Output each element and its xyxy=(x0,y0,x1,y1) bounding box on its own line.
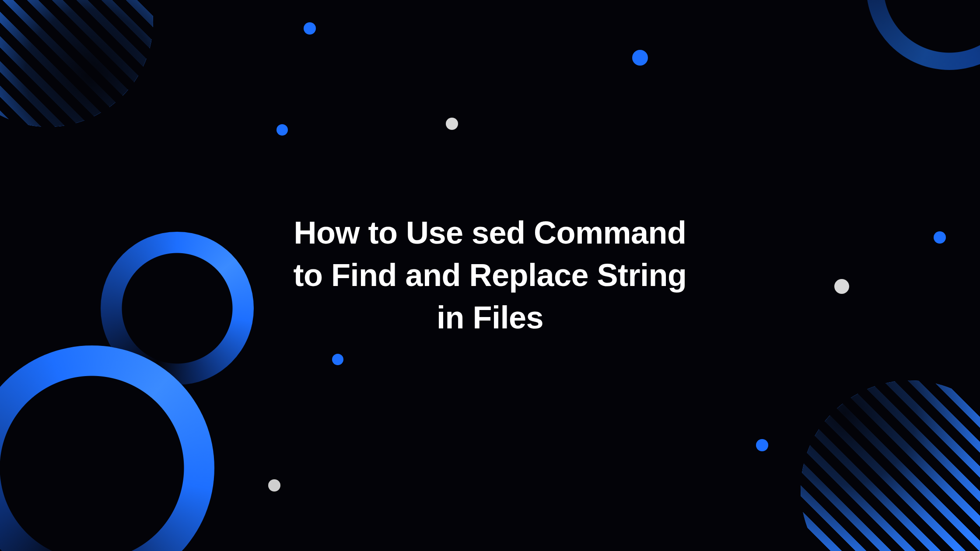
decorative-dot xyxy=(934,231,946,244)
decorative-dot xyxy=(276,124,288,136)
decorative-dot xyxy=(446,118,458,130)
decorative-dot xyxy=(268,479,280,492)
ring-top-right xyxy=(866,0,980,70)
decorative-dot xyxy=(304,22,316,35)
striped-circle-bottom-right xyxy=(801,380,980,551)
decorative-dot xyxy=(632,50,648,66)
striped-circle-top-left xyxy=(0,0,153,127)
page-title: How to Use sed Command to Find and Repla… xyxy=(293,212,686,339)
decorative-dot xyxy=(332,354,343,365)
decorative-dot xyxy=(834,279,849,294)
decorative-dot xyxy=(756,439,768,451)
